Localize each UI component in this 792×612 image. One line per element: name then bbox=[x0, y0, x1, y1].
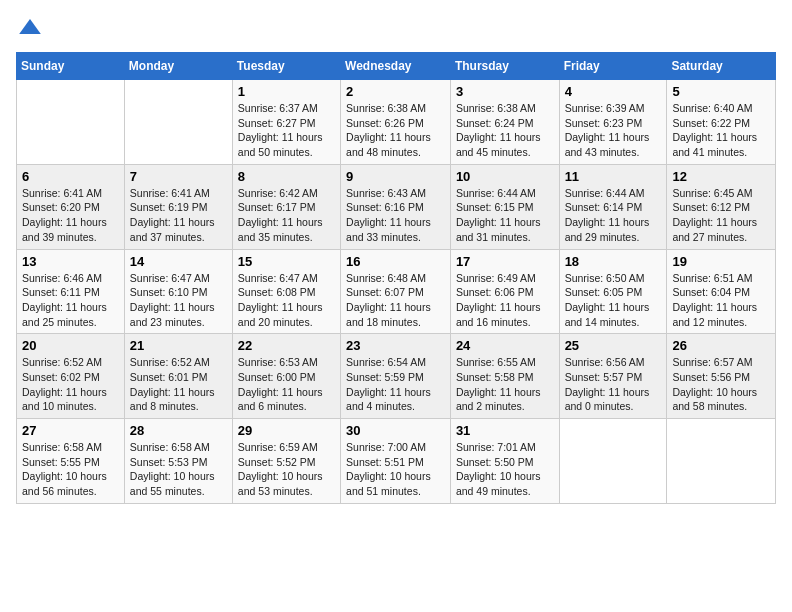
day-number: 19 bbox=[672, 254, 770, 269]
calendar-cell: 8Sunrise: 6:42 AM Sunset: 6:17 PM Daylig… bbox=[232, 164, 340, 249]
day-header-thursday: Thursday bbox=[450, 53, 559, 80]
day-number: 2 bbox=[346, 84, 445, 99]
day-number: 9 bbox=[346, 169, 445, 184]
day-number: 17 bbox=[456, 254, 554, 269]
cell-content: Sunrise: 6:41 AM Sunset: 6:19 PM Dayligh… bbox=[130, 186, 227, 245]
calendar-week-1: 1Sunrise: 6:37 AM Sunset: 6:27 PM Daylig… bbox=[17, 80, 776, 165]
cell-content: Sunrise: 6:40 AM Sunset: 6:22 PM Dayligh… bbox=[672, 101, 770, 160]
cell-content: Sunrise: 6:52 AM Sunset: 6:02 PM Dayligh… bbox=[22, 355, 119, 414]
svg-marker-0 bbox=[19, 19, 41, 34]
day-number: 31 bbox=[456, 423, 554, 438]
cell-content: Sunrise: 6:58 AM Sunset: 5:53 PM Dayligh… bbox=[130, 440, 227, 499]
cell-content: Sunrise: 6:44 AM Sunset: 6:15 PM Dayligh… bbox=[456, 186, 554, 245]
cell-content: Sunrise: 6:49 AM Sunset: 6:06 PM Dayligh… bbox=[456, 271, 554, 330]
day-number: 4 bbox=[565, 84, 662, 99]
calendar-week-4: 20Sunrise: 6:52 AM Sunset: 6:02 PM Dayli… bbox=[17, 334, 776, 419]
cell-content: Sunrise: 6:53 AM Sunset: 6:00 PM Dayligh… bbox=[238, 355, 335, 414]
calendar-table: SundayMondayTuesdayWednesdayThursdayFrid… bbox=[16, 52, 776, 504]
cell-content: Sunrise: 6:57 AM Sunset: 5:56 PM Dayligh… bbox=[672, 355, 770, 414]
calendar-cell: 18Sunrise: 6:50 AM Sunset: 6:05 PM Dayli… bbox=[559, 249, 667, 334]
cell-content: Sunrise: 6:38 AM Sunset: 6:24 PM Dayligh… bbox=[456, 101, 554, 160]
calendar-cell: 29Sunrise: 6:59 AM Sunset: 5:52 PM Dayli… bbox=[232, 419, 340, 504]
calendar-header-row: SundayMondayTuesdayWednesdayThursdayFrid… bbox=[17, 53, 776, 80]
day-number: 6 bbox=[22, 169, 119, 184]
day-number: 28 bbox=[130, 423, 227, 438]
calendar-cell: 20Sunrise: 6:52 AM Sunset: 6:02 PM Dayli… bbox=[17, 334, 125, 419]
calendar-cell bbox=[124, 80, 232, 165]
day-number: 21 bbox=[130, 338, 227, 353]
calendar-week-5: 27Sunrise: 6:58 AM Sunset: 5:55 PM Dayli… bbox=[17, 419, 776, 504]
day-header-tuesday: Tuesday bbox=[232, 53, 340, 80]
day-number: 23 bbox=[346, 338, 445, 353]
calendar-cell: 17Sunrise: 6:49 AM Sunset: 6:06 PM Dayli… bbox=[450, 249, 559, 334]
cell-content: Sunrise: 7:01 AM Sunset: 5:50 PM Dayligh… bbox=[456, 440, 554, 499]
day-number: 22 bbox=[238, 338, 335, 353]
calendar-cell: 2Sunrise: 6:38 AM Sunset: 6:26 PM Daylig… bbox=[341, 80, 451, 165]
day-header-friday: Friday bbox=[559, 53, 667, 80]
calendar-cell: 24Sunrise: 6:55 AM Sunset: 5:58 PM Dayli… bbox=[450, 334, 559, 419]
day-number: 11 bbox=[565, 169, 662, 184]
calendar-cell: 4Sunrise: 6:39 AM Sunset: 6:23 PM Daylig… bbox=[559, 80, 667, 165]
day-number: 24 bbox=[456, 338, 554, 353]
day-number: 29 bbox=[238, 423, 335, 438]
day-number: 13 bbox=[22, 254, 119, 269]
day-number: 16 bbox=[346, 254, 445, 269]
calendar-cell: 15Sunrise: 6:47 AM Sunset: 6:08 PM Dayli… bbox=[232, 249, 340, 334]
calendar-cell: 31Sunrise: 7:01 AM Sunset: 5:50 PM Dayli… bbox=[450, 419, 559, 504]
calendar-cell: 23Sunrise: 6:54 AM Sunset: 5:59 PM Dayli… bbox=[341, 334, 451, 419]
calendar-cell: 19Sunrise: 6:51 AM Sunset: 6:04 PM Dayli… bbox=[667, 249, 776, 334]
cell-content: Sunrise: 6:58 AM Sunset: 5:55 PM Dayligh… bbox=[22, 440, 119, 499]
day-number: 25 bbox=[565, 338, 662, 353]
cell-content: Sunrise: 6:59 AM Sunset: 5:52 PM Dayligh… bbox=[238, 440, 335, 499]
calendar-cell: 30Sunrise: 7:00 AM Sunset: 5:51 PM Dayli… bbox=[341, 419, 451, 504]
calendar-cell: 28Sunrise: 6:58 AM Sunset: 5:53 PM Dayli… bbox=[124, 419, 232, 504]
cell-content: Sunrise: 6:42 AM Sunset: 6:17 PM Dayligh… bbox=[238, 186, 335, 245]
calendar-cell bbox=[559, 419, 667, 504]
cell-content: Sunrise: 6:44 AM Sunset: 6:14 PM Dayligh… bbox=[565, 186, 662, 245]
day-number: 18 bbox=[565, 254, 662, 269]
calendar-cell: 7Sunrise: 6:41 AM Sunset: 6:19 PM Daylig… bbox=[124, 164, 232, 249]
day-number: 27 bbox=[22, 423, 119, 438]
calendar-cell bbox=[667, 419, 776, 504]
cell-content: Sunrise: 6:48 AM Sunset: 6:07 PM Dayligh… bbox=[346, 271, 445, 330]
day-number: 5 bbox=[672, 84, 770, 99]
cell-content: Sunrise: 6:55 AM Sunset: 5:58 PM Dayligh… bbox=[456, 355, 554, 414]
day-number: 1 bbox=[238, 84, 335, 99]
page-header bbox=[16, 16, 776, 40]
calendar-week-2: 6Sunrise: 6:41 AM Sunset: 6:20 PM Daylig… bbox=[17, 164, 776, 249]
calendar-cell: 14Sunrise: 6:47 AM Sunset: 6:10 PM Dayli… bbox=[124, 249, 232, 334]
day-number: 26 bbox=[672, 338, 770, 353]
calendar-cell: 21Sunrise: 6:52 AM Sunset: 6:01 PM Dayli… bbox=[124, 334, 232, 419]
calendar-cell: 22Sunrise: 6:53 AM Sunset: 6:00 PM Dayli… bbox=[232, 334, 340, 419]
cell-content: Sunrise: 6:39 AM Sunset: 6:23 PM Dayligh… bbox=[565, 101, 662, 160]
calendar-cell: 1Sunrise: 6:37 AM Sunset: 6:27 PM Daylig… bbox=[232, 80, 340, 165]
cell-content: Sunrise: 6:38 AM Sunset: 6:26 PM Dayligh… bbox=[346, 101, 445, 160]
day-header-monday: Monday bbox=[124, 53, 232, 80]
day-number: 30 bbox=[346, 423, 445, 438]
calendar-cell: 6Sunrise: 6:41 AM Sunset: 6:20 PM Daylig… bbox=[17, 164, 125, 249]
calendar-cell: 11Sunrise: 6:44 AM Sunset: 6:14 PM Dayli… bbox=[559, 164, 667, 249]
calendar-cell: 25Sunrise: 6:56 AM Sunset: 5:57 PM Dayli… bbox=[559, 334, 667, 419]
day-header-saturday: Saturday bbox=[667, 53, 776, 80]
day-number: 3 bbox=[456, 84, 554, 99]
calendar-cell bbox=[17, 80, 125, 165]
cell-content: Sunrise: 6:52 AM Sunset: 6:01 PM Dayligh… bbox=[130, 355, 227, 414]
calendar-cell: 5Sunrise: 6:40 AM Sunset: 6:22 PM Daylig… bbox=[667, 80, 776, 165]
calendar-cell: 3Sunrise: 6:38 AM Sunset: 6:24 PM Daylig… bbox=[450, 80, 559, 165]
calendar-cell: 12Sunrise: 6:45 AM Sunset: 6:12 PM Dayli… bbox=[667, 164, 776, 249]
cell-content: Sunrise: 6:51 AM Sunset: 6:04 PM Dayligh… bbox=[672, 271, 770, 330]
day-number: 20 bbox=[22, 338, 119, 353]
calendar-cell: 13Sunrise: 6:46 AM Sunset: 6:11 PM Dayli… bbox=[17, 249, 125, 334]
day-number: 12 bbox=[672, 169, 770, 184]
day-number: 10 bbox=[456, 169, 554, 184]
cell-content: Sunrise: 6:41 AM Sunset: 6:20 PM Dayligh… bbox=[22, 186, 119, 245]
cell-content: Sunrise: 6:47 AM Sunset: 6:10 PM Dayligh… bbox=[130, 271, 227, 330]
cell-content: Sunrise: 6:56 AM Sunset: 5:57 PM Dayligh… bbox=[565, 355, 662, 414]
cell-content: Sunrise: 6:54 AM Sunset: 5:59 PM Dayligh… bbox=[346, 355, 445, 414]
cell-content: Sunrise: 7:00 AM Sunset: 5:51 PM Dayligh… bbox=[346, 440, 445, 499]
cell-content: Sunrise: 6:37 AM Sunset: 6:27 PM Dayligh… bbox=[238, 101, 335, 160]
day-number: 14 bbox=[130, 254, 227, 269]
cell-content: Sunrise: 6:47 AM Sunset: 6:08 PM Dayligh… bbox=[238, 271, 335, 330]
logo bbox=[16, 16, 42, 40]
calendar-week-3: 13Sunrise: 6:46 AM Sunset: 6:11 PM Dayli… bbox=[17, 249, 776, 334]
